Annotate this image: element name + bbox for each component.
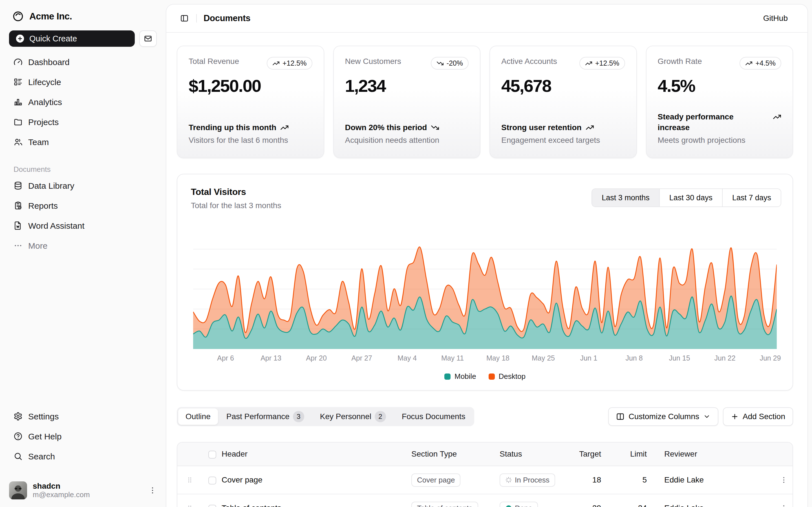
sidebar-item-more[interactable]: More <box>9 238 157 254</box>
drag-handle-icon[interactable] <box>177 504 202 507</box>
view-tabs: Outline Past Performance 3 Key Personnel… <box>177 407 474 426</box>
column-limit[interactable]: Limit <box>604 450 650 459</box>
total-visitors-card: Total Visitors Total for the last 3 mont… <box>177 174 793 391</box>
table-header-row: Header Section Type Status Target Limit … <box>177 443 793 466</box>
sidebar-item-reports[interactable]: Reports <box>9 198 157 214</box>
row-limit[interactable]: 5 <box>604 475 650 485</box>
legend-item-desktop: Desktop <box>489 372 525 381</box>
stat-footer-desc: Engagement exceed targets <box>501 136 625 145</box>
brand-name: Acme Inc. <box>29 11 72 22</box>
row-header[interactable]: Cover page <box>218 475 411 485</box>
tab-label: Past Performance <box>226 412 290 421</box>
stat-footer-title: Trending up this month <box>189 122 276 133</box>
stat-footer-title: Strong user retention <box>501 122 581 133</box>
stat-footer-title: Steady performance increase <box>658 112 751 133</box>
row-checkbox[interactable] <box>208 476 216 485</box>
row-reviewer[interactable]: Eddie Lake <box>650 504 775 507</box>
sections-table: Header Section Type Status Target Limit … <box>177 442 793 507</box>
sidebar-item-data-library[interactable]: Data Library <box>9 178 157 194</box>
mail-icon <box>144 34 152 43</box>
stat-footer-desc: Acquisition needs attention <box>345 136 469 145</box>
file-word-icon <box>13 221 23 231</box>
github-link[interactable]: GitHub <box>763 14 788 23</box>
sidebar-nav: Dashboard Lifecycle Analytics Projects T… <box>9 54 157 151</box>
user-name: shadcn <box>33 482 90 491</box>
range-last-7-days[interactable]: Last 7 days <box>722 189 781 207</box>
row-actions-icon[interactable] <box>775 504 793 507</box>
row-actions-icon[interactable] <box>775 476 793 484</box>
section-type-badge: Table of contents <box>411 502 478 507</box>
sidebar-item-label: Lifecycle <box>28 77 61 87</box>
circle-plus-icon <box>15 34 25 43</box>
sidebar-item-team[interactable]: Team <box>9 134 157 151</box>
x-tick-label: May 25 <box>532 354 555 362</box>
x-tick-label: May 4 <box>398 354 417 362</box>
sidebar-item-lifecycle[interactable]: Lifecycle <box>9 74 157 91</box>
sidebar-item-get-help[interactable]: Get Help <box>9 429 157 445</box>
tab-past-performance[interactable]: Past Performance 3 <box>219 408 312 425</box>
sidebar-item-search[interactable]: Search <box>9 448 157 465</box>
sidebar-item-label: Reports <box>28 201 58 211</box>
sidebar-item-word-assistant[interactable]: Word Assistant <box>9 218 157 234</box>
stat-footer-title: Down 20% this period <box>345 122 427 133</box>
sidebar-item-label: Analytics <box>28 98 62 107</box>
customize-columns-label: Customize Columns <box>628 412 699 421</box>
row-header[interactable]: Table of contents <box>218 504 411 507</box>
list-details-icon <box>13 77 23 87</box>
select-all-checkbox[interactable] <box>208 451 216 459</box>
row-limit[interactable]: 24 <box>604 504 650 507</box>
user-menu[interactable]: shadcn m@example.com <box>9 481 157 500</box>
tab-outline[interactable]: Outline <box>178 408 218 425</box>
sidebar-item-dashboard[interactable]: Dashboard <box>9 54 157 70</box>
tab-focus-documents[interactable]: Focus Documents <box>395 408 473 425</box>
sidebar-toggle-button[interactable] <box>176 10 192 26</box>
plus-icon <box>731 413 739 420</box>
add-section-button[interactable]: Add Section <box>723 407 793 426</box>
sidebar-item-settings[interactable]: Settings <box>9 408 157 425</box>
user-email: m@example.com <box>33 491 90 499</box>
x-tick-label: Jun 29 <box>760 354 781 362</box>
quick-create-label: Quick Create <box>29 34 77 43</box>
row-target[interactable]: 29 <box>568 504 604 507</box>
database-icon <box>13 181 23 191</box>
brand[interactable]: Acme Inc. <box>9 0 157 22</box>
column-header[interactable]: Header <box>218 450 411 459</box>
tab-label: Key Personnel <box>320 412 371 421</box>
x-tick-label: Apr 27 <box>351 354 372 362</box>
sidebar-documents-nav: Data Library Reports Word Assistant More <box>9 178 157 254</box>
column-target[interactable]: Target <box>568 450 604 459</box>
row-checkbox[interactable] <box>208 505 216 507</box>
acme-logo-icon <box>12 11 24 22</box>
trending-up-icon <box>280 123 289 132</box>
row-reviewer[interactable]: Eddie Lake <box>650 475 775 485</box>
trending-down-icon <box>437 60 444 67</box>
column-status[interactable]: Status <box>500 450 568 459</box>
drag-handle-icon[interactable] <box>177 476 202 484</box>
range-last-3-months[interactable]: Last 3 months <box>592 189 659 207</box>
quick-create-button[interactable]: Quick Create <box>9 31 135 47</box>
sidebar-section-documents: Documents <box>13 165 157 174</box>
stat-title: New Customers <box>345 57 401 66</box>
search-icon <box>13 452 23 461</box>
users-icon <box>13 137 23 147</box>
more-vertical-icon[interactable] <box>148 486 157 495</box>
sidebar-item-label: Search <box>28 452 55 461</box>
range-last-30-days[interactable]: Last 30 days <box>659 189 722 207</box>
column-reviewer[interactable]: Reviewer <box>650 450 775 459</box>
tab-count-badge: 3 <box>293 411 304 422</box>
tab-key-personnel[interactable]: Key Personnel 2 <box>313 408 393 425</box>
sidebar-item-analytics[interactable]: Analytics <box>9 94 157 110</box>
main-panel: Documents GitHub Total Revenue +12.5% $1… <box>166 4 808 507</box>
ellipsis-icon <box>13 241 23 251</box>
row-target[interactable]: 18 <box>568 475 604 485</box>
sidebar-item-projects[interactable]: Projects <box>9 114 157 130</box>
stat-card-new-customers: New Customers -20% 1,234 Down 20% this p… <box>333 46 481 158</box>
x-axis: Apr 6Apr 13Apr 20Apr 27May 4May 11May 18… <box>193 354 777 363</box>
table-row[interactable]: Cover page Cover page In Process 18 5 Ed… <box>177 466 793 494</box>
column-section-type[interactable]: Section Type <box>411 450 500 459</box>
table-row[interactable]: Table of contents Table of contents Done… <box>177 494 793 507</box>
customize-columns-button[interactable]: Customize Columns <box>608 407 718 426</box>
chart-title: Total Visitors <box>191 187 282 197</box>
inbox-button[interactable] <box>139 31 157 47</box>
trend-badge-value: +12.5% <box>283 59 307 67</box>
